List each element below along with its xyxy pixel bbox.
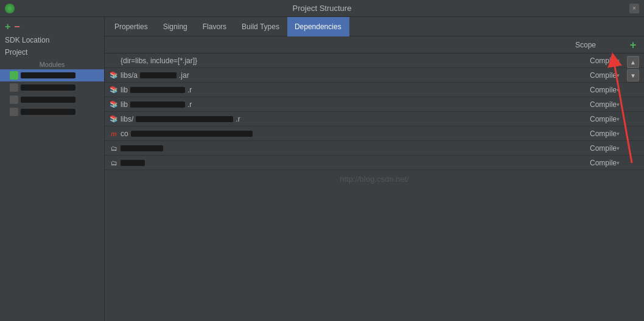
sidebar-item-module-1[interactable] bbox=[0, 69, 104, 81]
tabs-bar: Properties Signing Flavors Build Types D… bbox=[105, 17, 644, 36]
dep-name-text: libs/a bbox=[121, 71, 138, 80]
dep-row-scope[interactable]: Compile ▾ bbox=[549, 115, 622, 123]
dep-row-name: 📚 libs/a .jar bbox=[105, 71, 549, 80]
folder-icon: 🗂 bbox=[110, 159, 118, 167]
scope-dropdown-arrow: ▾ bbox=[617, 87, 620, 93]
blurred-text bbox=[140, 72, 177, 78]
dep-row-scope[interactable]: Compile ▾ bbox=[549, 129, 622, 138]
dep-row-name: 🗂 bbox=[105, 144, 549, 153]
table-row[interactable]: {dir=libs, include=[*.jar]} Compile ▾ bbox=[105, 54, 644, 68]
remove-module-button[interactable]: − bbox=[14, 22, 19, 32]
scope-dropdown-arrow: ▾ bbox=[617, 131, 620, 137]
content-area: Properties Signing Flavors Build Types D… bbox=[105, 17, 644, 321]
dep-name-text: {dir=libs, include=[*.jar]} bbox=[121, 57, 197, 65]
folder-icon: 🗂 bbox=[110, 144, 118, 153]
sidebar: + − SDK Location Project Modules bbox=[0, 17, 105, 321]
move-up-button[interactable]: ▲ bbox=[627, 56, 639, 68]
dep-row-scope[interactable]: Compile ▾ bbox=[549, 57, 622, 65]
dep-name-text2: .r bbox=[187, 86, 192, 94]
dep-icon bbox=[110, 57, 118, 65]
dep-row-scope[interactable]: Compile ▾ bbox=[549, 159, 622, 167]
lib-icon: 📚 bbox=[110, 115, 118, 123]
module-name-2 bbox=[21, 85, 75, 91]
dep-name-text: libs/ bbox=[121, 115, 133, 123]
title-bar: Project Structure × bbox=[0, 0, 644, 17]
dep-name-text2: .r bbox=[236, 115, 240, 123]
tab-flavors[interactable]: Flavors bbox=[195, 17, 234, 36]
main-layout: + − SDK Location Project Modules Propert… bbox=[0, 17, 644, 321]
dep-name-text2: .r bbox=[187, 100, 192, 109]
dep-row-scope[interactable]: Compile ▾ bbox=[549, 86, 622, 94]
tab-signing[interactable]: Signing bbox=[156, 17, 195, 36]
sidebar-modules-label: Modules bbox=[0, 58, 104, 69]
dep-name-text: lib bbox=[121, 100, 128, 109]
blurred-text bbox=[130, 102, 185, 108]
module-icon-3 bbox=[10, 95, 18, 104]
module-name-3 bbox=[21, 97, 75, 103]
module-icon-2 bbox=[10, 83, 18, 92]
dep-name-text: co bbox=[121, 129, 128, 138]
lib-icon: 📚 bbox=[110, 71, 118, 80]
dep-row-scope[interactable]: Compile ▾ bbox=[549, 144, 622, 153]
dep-name-suffix: .jar bbox=[179, 71, 189, 80]
lib-icon: 📚 bbox=[110, 100, 118, 109]
sidebar-item-module-3[interactable] bbox=[0, 94, 104, 106]
dep-row-scope[interactable]: Compile ▾ bbox=[549, 100, 622, 109]
add-dependency-button[interactable]: + bbox=[630, 40, 637, 50]
dep-row-scope[interactable]: Compile ▾ bbox=[549, 71, 622, 80]
scope-dropdown-arrow: ▾ bbox=[617, 116, 620, 122]
table-row[interactable]: 📚 libs/a .jar Compile ▾ bbox=[105, 68, 644, 83]
table-row[interactable]: 📚 lib .r Compile ▾ bbox=[105, 83, 644, 97]
blurred-text bbox=[121, 145, 163, 151]
scope-dropdown-arrow: ▾ bbox=[617, 145, 620, 151]
blurred-text bbox=[136, 116, 233, 122]
scope-dropdown-arrow: ▾ bbox=[617, 160, 620, 166]
blurred-text bbox=[131, 131, 253, 137]
dep-header-scope-col: Scope bbox=[549, 41, 622, 49]
sidebar-item-project[interactable]: Project bbox=[0, 46, 104, 58]
side-actions: ▲ ▼ bbox=[622, 54, 644, 81]
sidebar-item-module-4[interactable] bbox=[0, 106, 104, 118]
title-bar-title: Project Structure bbox=[293, 4, 352, 13]
tab-build-types[interactable]: Build Types bbox=[234, 17, 287, 36]
module-name-1 bbox=[21, 72, 75, 78]
blurred-text bbox=[130, 87, 185, 93]
sidebar-resize-handle[interactable] bbox=[102, 17, 104, 321]
table-row[interactable]: 📚 libs/ .r Compile ▾ bbox=[105, 112, 644, 126]
sidebar-item-sdk-location[interactable]: SDK Location bbox=[0, 34, 104, 46]
module-name-4 bbox=[21, 109, 75, 115]
dep-row-name: 📚 lib .r bbox=[105, 86, 549, 94]
dep-row-name: 📚 libs/ .r bbox=[105, 115, 549, 123]
module-icon-4 bbox=[10, 108, 18, 116]
scope-dropdown-arrow: ▾ bbox=[617, 58, 620, 64]
dependencies-panel: Scope + {dir=libs, include=[*.jar]} Comp… bbox=[105, 36, 644, 321]
move-down-button[interactable]: ▼ bbox=[627, 69, 639, 81]
dep-row-name: m co bbox=[105, 129, 549, 138]
app-logo bbox=[5, 4, 15, 13]
tab-dependencies[interactable]: Dependencies bbox=[287, 17, 349, 36]
dep-row-name: 📚 lib .r bbox=[105, 100, 549, 109]
table-row[interactable]: 📚 lib .r Compile ▾ bbox=[105, 97, 644, 112]
dep-row-name: {dir=libs, include=[*.jar]} bbox=[105, 57, 549, 65]
table-row[interactable]: m co Compile ▾ bbox=[105, 126, 644, 141]
tab-properties[interactable]: Properties bbox=[107, 17, 156, 36]
dep-row-name: 🗂 bbox=[105, 159, 549, 167]
scope-dropdown-arrow: ▾ bbox=[617, 72, 620, 78]
lib-icon: 📚 bbox=[110, 86, 118, 94]
sidebar-toolbar: + − bbox=[0, 19, 104, 34]
table-row[interactable]: 🗂 Compile ▾ bbox=[105, 156, 644, 170]
dep-header: Scope + bbox=[105, 36, 644, 54]
sidebar-item-module-2[interactable] bbox=[0, 81, 104, 94]
maven-icon: m bbox=[110, 129, 118, 138]
dep-name-text: lib bbox=[121, 86, 128, 94]
close-button[interactable]: × bbox=[629, 4, 639, 13]
blurred-text bbox=[121, 160, 145, 166]
add-module-button[interactable]: + bbox=[5, 22, 10, 32]
module-icon-1 bbox=[10, 71, 18, 80]
scope-dropdown-arrow: ▾ bbox=[617, 102, 620, 108]
dep-header-actions-col: + bbox=[622, 40, 644, 50]
dependencies-list[interactable]: {dir=libs, include=[*.jar]} Compile ▾ 📚 … bbox=[105, 54, 644, 321]
table-row[interactable]: 🗂 Compile ▾ bbox=[105, 141, 644, 156]
